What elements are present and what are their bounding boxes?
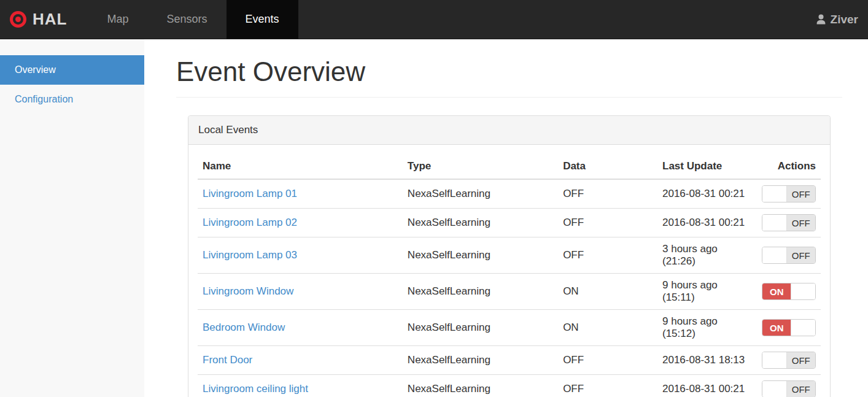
cell-name: Livingroom Lamp 02 <box>198 209 403 237</box>
device-link[interactable]: Livingroom Lamp 03 <box>203 249 297 261</box>
toggle-switch[interactable]: OFF <box>762 214 816 231</box>
cell-type: NexaSelfLearning <box>403 179 558 209</box>
cell-actions: OFF <box>757 346 821 375</box>
cell-name: Livingroom Window <box>198 274 403 310</box>
cell-type: NexaSelfLearning <box>403 274 558 310</box>
toggle-handle <box>762 186 787 202</box>
sidebar-item-configuration[interactable]: Configuration <box>0 85 144 114</box>
cell-last-update: 2016-08-31 18:13 <box>657 346 757 375</box>
navbar-tab-map[interactable]: Map <box>88 0 147 39</box>
toggle-switch[interactable]: OFF <box>762 380 816 397</box>
cell-name: Bedroom Window <box>198 310 403 346</box>
cell-actions: OFF <box>757 179 821 209</box>
cell-last-update: 3 hours ago (21:26) <box>657 237 757 274</box>
column-header-type: Type <box>403 154 558 179</box>
content-wrap: OverviewConfiguration Event Overview Loc… <box>0 39 868 397</box>
cell-actions: ON <box>757 274 821 310</box>
device-link[interactable]: Livingroom Lamp 01 <box>203 188 297 199</box>
sidebar-item-overview[interactable]: Overview <box>0 55 144 85</box>
navbar-tab-events[interactable]: Events <box>227 0 298 39</box>
navbar-tab-sensors[interactable]: Sensors <box>147 0 226 39</box>
table-row: Livingroom Lamp 02NexaSelfLearningOFF201… <box>198 209 821 237</box>
table-row: Front DoorNexaSelfLearningOFF2016-08-31 … <box>198 346 821 375</box>
local-events-panel: Local Events NameTypeDataLast UpdateActi… <box>188 115 831 397</box>
navbar-tabs: MapSensorsEvents <box>88 0 298 39</box>
cell-actions: OFF <box>757 237 821 274</box>
user-icon <box>815 13 827 25</box>
toggle-off-label: OFF <box>787 352 815 368</box>
toggle-switch[interactable]: ON <box>762 319 816 336</box>
toggle-off-label: OFF <box>787 381 815 397</box>
cell-name: Livingroom Lamp 01 <box>198 179 403 209</box>
panel-title: Local Events <box>188 116 830 145</box>
cell-last-update: 2016-08-31 00:21 <box>657 375 757 397</box>
table-row: Livingroom Lamp 01NexaSelfLearningOFF201… <box>198 179 821 209</box>
cell-type: NexaSelfLearning <box>403 375 558 397</box>
cell-last-update: 2016-08-31 00:21 <box>657 209 757 237</box>
user-name: Ziver <box>831 13 858 26</box>
cell-data: OFF <box>558 346 657 375</box>
events-table: NameTypeDataLast UpdateActions Livingroo… <box>198 154 821 397</box>
main-content: Event Overview Local Events NameTypeData… <box>144 39 868 397</box>
sidebar: OverviewConfiguration <box>0 39 144 397</box>
toggle-handle <box>762 247 787 263</box>
toggle-off-label: OFF <box>787 186 815 202</box>
cell-type: NexaSelfLearning <box>403 346 558 375</box>
column-header-last-update: Last Update <box>657 154 757 179</box>
toggle-switch[interactable]: OFF <box>762 185 816 202</box>
table-row: Livingroom WindowNexaSelfLearningON9 hou… <box>198 274 821 310</box>
device-link[interactable]: Livingroom ceiling light <box>203 383 308 395</box>
cell-data: OFF <box>558 237 657 274</box>
device-link[interactable]: Front Door <box>203 354 252 366</box>
panel-body: NameTypeDataLast UpdateActions Livingroo… <box>188 145 830 397</box>
cell-last-update: 2016-08-31 00:21 <box>657 179 757 209</box>
column-header-actions: Actions <box>757 154 821 179</box>
toggle-handle <box>762 381 787 397</box>
toggle-off-label: OFF <box>787 215 815 231</box>
cell-type: NexaSelfLearning <box>403 209 558 237</box>
hal-logo-icon <box>10 11 26 28</box>
table-row: Livingroom ceiling lightNexaSelfLearning… <box>198 375 821 397</box>
device-link[interactable]: Livingroom Lamp 02 <box>203 217 297 228</box>
column-header-name: Name <box>198 154 403 179</box>
toggle-switch[interactable]: OFF <box>762 352 816 369</box>
cell-data: ON <box>558 274 657 310</box>
cell-type: NexaSelfLearning <box>403 310 558 346</box>
table-row: Livingroom Lamp 03NexaSelfLearningOFF3 h… <box>198 237 821 274</box>
toggle-switch[interactable]: ON <box>762 283 816 300</box>
toggle-off-label: OFF <box>787 247 815 263</box>
device-link[interactable]: Bedroom Window <box>203 322 285 333</box>
brand-title: HAL <box>33 10 67 29</box>
cell-type: NexaSelfLearning <box>403 237 558 274</box>
toggle-handle <box>791 283 815 299</box>
toggle-handle <box>762 352 787 368</box>
device-link[interactable]: Livingroom Window <box>203 285 293 297</box>
table-row: Bedroom WindowNexaSelfLearningON9 hours … <box>198 310 821 346</box>
cell-name: Front Door <box>198 346 403 375</box>
cell-actions: OFF <box>757 375 821 397</box>
column-header-data: Data <box>558 154 657 179</box>
cell-actions: ON <box>757 310 821 346</box>
toggle-on-label: ON <box>762 320 791 336</box>
toggle-on-label: ON <box>762 283 791 299</box>
brand[interactable]: HAL <box>0 0 78 39</box>
user-menu[interactable]: Ziver <box>815 0 868 39</box>
cell-data: OFF <box>558 209 657 237</box>
cell-actions: OFF <box>757 209 821 237</box>
toggle-handle <box>762 215 787 231</box>
page-title: Event Overview <box>176 56 842 98</box>
cell-last-update: 9 hours ago (15:12) <box>657 310 757 346</box>
top-navbar: HAL MapSensorsEvents Ziver <box>0 0 868 39</box>
cell-data: ON <box>558 310 657 346</box>
cell-last-update: 9 hours ago (15:11) <box>657 274 757 310</box>
toggle-switch[interactable]: OFF <box>762 247 816 264</box>
cell-data: OFF <box>558 179 657 209</box>
cell-name: Livingroom Lamp 03 <box>198 237 403 274</box>
cell-data: OFF <box>558 375 657 397</box>
toggle-handle <box>791 320 815 336</box>
cell-name: Livingroom ceiling light <box>198 375 403 397</box>
